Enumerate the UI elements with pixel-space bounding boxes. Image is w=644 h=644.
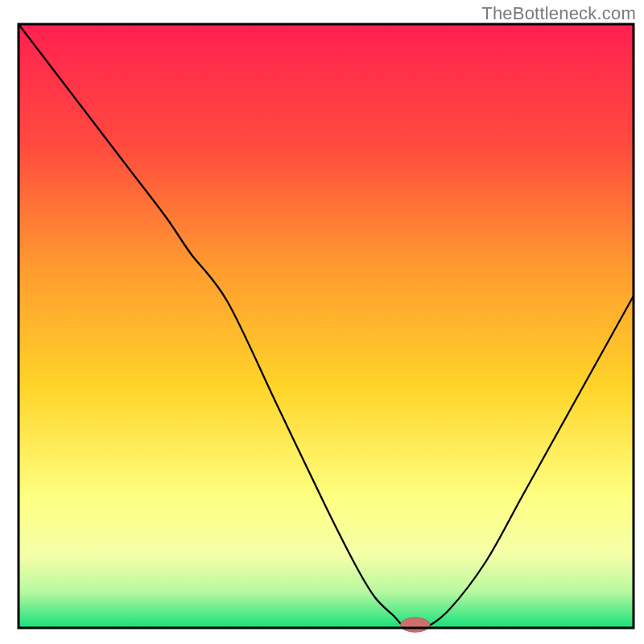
chart-container: TheBottleneck.com [0, 0, 644, 644]
bottleneck-chart [0, 0, 644, 644]
optimal-marker [400, 617, 430, 632]
watermark-text: TheBottleneck.com [481, 3, 636, 24]
plot-background [19, 24, 634, 628]
